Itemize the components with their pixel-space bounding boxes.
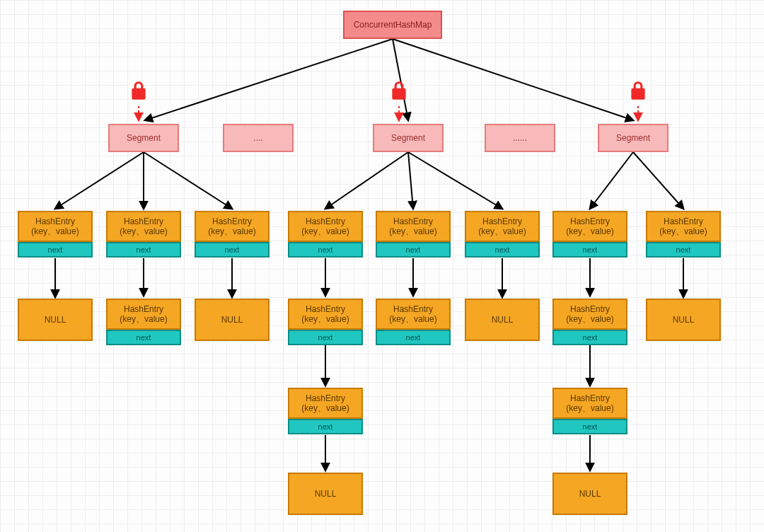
lock-icon [629,80,647,104]
svg-line-10 [408,152,413,209]
entry-title: HashEntry [482,216,522,226]
next-pointer: next [552,330,627,345]
entry-sub: (key、value) [389,226,436,236]
hash-entry: HashEntry (key、value) [288,388,363,419]
svg-line-12 [590,152,633,209]
svg-line-2 [393,39,633,120]
entry-title: HashEntry [393,216,433,226]
next-pointer: next [18,242,93,258]
segment-node: Segment [598,124,668,152]
hash-entry: HashEntry (key、value) [195,211,270,242]
svg-line-6 [55,152,144,209]
next-pointer: next [552,419,627,434]
entry-sub: (key、value) [31,226,79,236]
segment-node: Segment [373,124,444,152]
entry-sub: (key、value) [566,314,613,324]
entry-sub: (key、value) [120,314,167,324]
hash-entry: HashEntry (key、value) [18,211,93,242]
entry-title: HashEntry [570,304,610,314]
entry-title: HashEntry [306,304,345,314]
entry-title: HashEntry [664,216,703,226]
entry-sub: (key、value) [389,314,436,324]
entry-sub: (key、value) [566,403,613,413]
entry-title: HashEntry [212,216,252,226]
hash-entry: HashEntry (key、value) [106,211,181,242]
connectors [0,0,764,532]
next-pointer: next [465,242,540,258]
hash-entry: HashEntry (key、value) [552,211,627,242]
entry-title: HashEntry [124,304,163,314]
svg-line-0 [145,39,393,120]
entry-title: HashEntry [570,216,610,226]
null-node: NULL [646,299,721,341]
next-pointer: next [376,330,451,345]
null-node: NULL [195,299,270,341]
entry-title: HashEntry [124,216,163,226]
next-pointer: next [646,242,721,258]
entry-sub: (key、value) [659,226,707,236]
svg-line-8 [144,152,232,209]
null-node: NULL [288,473,363,515]
hash-entry: HashEntry (key、value) [106,299,181,330]
next-pointer: next [376,242,451,258]
lock-icon [129,80,148,104]
entry-sub: (key、value) [208,226,255,236]
entry-sub: (key、value) [120,226,167,236]
svg-line-11 [408,152,502,209]
hash-entry: HashEntry (key、value) [552,388,627,419]
hash-entry: HashEntry (key、value) [376,211,451,242]
entry-sub: (key、value) [301,314,349,324]
next-pointer: next [288,242,363,258]
entry-sub: (key、value) [301,226,349,236]
segment-ellipsis: ...... [485,124,555,152]
hash-entry: HashEntry (key、value) [552,299,627,330]
segment-node: Segment [108,124,179,152]
svg-line-9 [325,152,408,209]
next-pointer: next [288,419,363,434]
hash-entry: HashEntry (key、value) [376,299,451,330]
hash-entry: HashEntry (key、value) [646,211,721,242]
entry-sub: (key、value) [301,403,349,413]
hash-entry: HashEntry (key、value) [288,211,363,242]
hash-entry: HashEntry (key、value) [288,299,363,330]
hash-entry: HashEntry (key、value) [465,211,540,242]
entry-title: HashEntry [570,393,610,403]
null-node: NULL [18,299,93,341]
entry-title: HashEntry [393,304,433,314]
entry-sub: (key、value) [566,226,613,236]
root-node: ConcurrentHashMap [343,11,442,39]
next-pointer: next [552,242,627,258]
next-pointer: next [106,330,181,345]
next-pointer: next [288,330,363,345]
next-pointer: next [195,242,270,258]
entry-sub: (key、value) [478,226,526,236]
svg-line-13 [633,152,683,209]
null-node: NULL [552,473,627,515]
next-pointer: next [106,242,181,258]
entry-title: HashEntry [306,216,345,226]
entry-title: HashEntry [35,216,75,226]
null-node: NULL [465,299,540,341]
segment-ellipsis: .... [223,124,294,152]
entry-title: HashEntry [306,393,345,403]
lock-icon [390,80,408,104]
